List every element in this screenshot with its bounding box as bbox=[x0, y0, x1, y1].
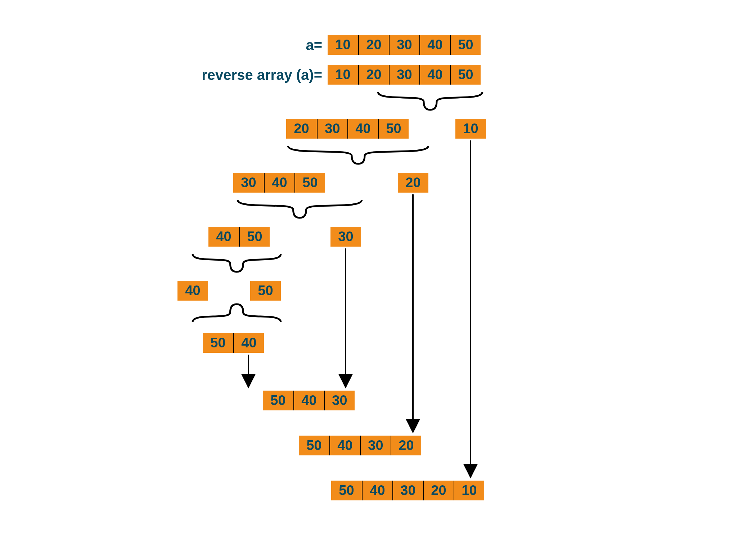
array-l2: 304050 bbox=[233, 173, 325, 193]
cell: 40 bbox=[419, 35, 450, 55]
array-a: 1020304050 bbox=[328, 35, 481, 55]
cell: 30 bbox=[360, 436, 391, 455]
brace bbox=[378, 92, 482, 110]
cell: 20 bbox=[423, 481, 454, 500]
array-m2: 504030 bbox=[263, 391, 355, 410]
cell: 20 bbox=[358, 35, 389, 55]
cell: 40 bbox=[264, 173, 294, 193]
cell: 50 bbox=[450, 35, 481, 55]
cell: 10 bbox=[328, 65, 358, 85]
cell: 50 bbox=[294, 173, 325, 193]
array-l4a: 40 bbox=[177, 281, 208, 301]
cell: 50 bbox=[263, 391, 293, 410]
array-l4b: 50 bbox=[250, 281, 281, 301]
cell: 40 bbox=[233, 333, 264, 353]
cell: 50 bbox=[299, 436, 329, 455]
array-m4: 5040302010 bbox=[331, 481, 484, 500]
cell: 10 bbox=[455, 119, 486, 139]
label-a: a= bbox=[306, 37, 322, 53]
array-r2: 20 bbox=[398, 173, 428, 193]
cell: 40 bbox=[419, 65, 450, 85]
cell: 30 bbox=[233, 173, 264, 193]
brace bbox=[193, 304, 281, 322]
brace bbox=[193, 254, 281, 272]
cell: 50 bbox=[203, 333, 233, 353]
array-r1: 10 bbox=[455, 119, 486, 139]
cell: 30 bbox=[324, 391, 355, 410]
cell: 20 bbox=[358, 65, 389, 85]
cell: 40 bbox=[293, 391, 324, 410]
array-m1: 5040 bbox=[203, 333, 264, 353]
cell: 50 bbox=[250, 281, 281, 301]
cell: 40 bbox=[362, 481, 392, 500]
brace bbox=[288, 146, 428, 164]
array-l1: 20304050 bbox=[286, 119, 409, 139]
cell: 40 bbox=[208, 227, 239, 247]
cell: 20 bbox=[398, 173, 428, 193]
cell: 50 bbox=[378, 119, 409, 139]
array-m3: 50403020 bbox=[299, 436, 421, 455]
diagram-stage: a= reverse array (a)= 102030405010203040… bbox=[0, 0, 756, 540]
cell: 40 bbox=[347, 119, 378, 139]
cell: 50 bbox=[331, 481, 362, 500]
cell: 20 bbox=[391, 436, 421, 455]
array-ra: 1020304050 bbox=[328, 65, 481, 85]
cell: 50 bbox=[239, 227, 270, 247]
array-r3: 30 bbox=[330, 227, 361, 247]
label-reverse-array: reverse array (a)= bbox=[202, 67, 322, 83]
cell: 40 bbox=[329, 436, 360, 455]
cell: 10 bbox=[454, 481, 484, 500]
cell: 30 bbox=[330, 227, 361, 247]
cell: 10 bbox=[328, 35, 358, 55]
cell: 50 bbox=[450, 65, 481, 85]
array-l3: 4050 bbox=[208, 227, 270, 247]
brace bbox=[238, 200, 362, 218]
cell: 30 bbox=[389, 35, 419, 55]
cell: 30 bbox=[392, 481, 423, 500]
cell: 30 bbox=[389, 65, 419, 85]
cell: 40 bbox=[177, 281, 208, 301]
cell: 20 bbox=[286, 119, 317, 139]
cell: 30 bbox=[317, 119, 347, 139]
